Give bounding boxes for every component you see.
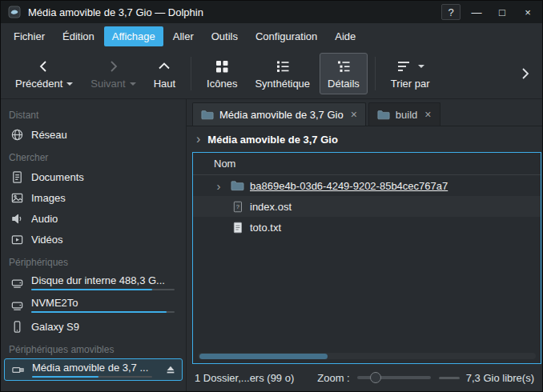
expand-icon[interactable]: › [212,180,225,192]
sidebar-item-label: Disque dur interne 488,3 G... [31,274,179,286]
harddisk-icon [10,275,24,290]
caret-down-icon [418,65,424,68]
dolphin-window: Média amovible de 3,7 Gio — Dolphin ? — … [0,0,543,392]
back-button[interactable]: Précédent [7,53,81,94]
tab-bar: Média amovible de 3,7 Gio × build × [187,99,542,126]
maximize-button[interactable]: □ [493,4,512,20]
compact-view-label: Synthétique [255,78,310,90]
unknown-file-icon: ? [229,199,245,214]
chevron-right-icon[interactable]: › [196,133,200,146]
breadcrumb: › Média amovible de 3,7 Gio [187,126,542,152]
sidebar-item-disque-dur-interne[interactable]: Disque dur interne 488,3 G... [1,271,186,294]
up-button[interactable]: Haut [146,53,183,94]
back-label: Précédent [15,78,62,90]
free-space-label: 7,3 Gio libre(s) [466,372,534,384]
sidebar-item-videos[interactable]: Vidéos [1,229,186,250]
breadcrumb-location[interactable]: Média amovible de 3,7 Gio [207,134,338,146]
file-name: ba869e4b-03d6-4249-9202-85b4cec767a7 [250,180,448,192]
videos-icon [10,232,24,246]
caret-down-icon [130,82,136,86]
horizontal-scrollbar[interactable] [198,353,536,359]
chevron-right-icon [105,58,121,75]
file-view: Nom › ba869e4b-03d6-4249-9202-85b4cec767… [192,152,541,364]
menu-item-edition[interactable]: Édition [54,26,103,46]
minimize-button[interactable]: — [467,4,486,20]
tab-media-amovible[interactable]: Média amovible de 3,7 Gio × [192,102,366,126]
sidebar-item-reseau[interactable]: Réseau [1,124,186,145]
details-view-label: Détails [328,78,360,90]
sidebar-item-media-amovible[interactable]: Média amovible de 3,7 ... [4,358,183,381]
folder-icon [229,178,245,193]
icons-view-button[interactable]: Icônes [199,53,245,94]
harddisk-icon [10,298,24,312]
chevron-right-icon [517,66,533,82]
window-title: Média amovible de 3,7 Gio — Dolphin [28,6,203,18]
file-name: toto.txt [250,222,281,234]
icons-view-icon [214,58,230,75]
compact-view-icon [275,58,291,75]
zoom-slider[interactable] [357,376,431,379]
documents-icon [10,170,24,184]
status-summary: 1 Dossier,...ers (99 o) [195,372,309,384]
up-label: Haut [154,78,175,90]
sidebar-item-galaxy-s9[interactable]: Galaxy S9 [1,316,186,337]
menu-item-configuration[interactable]: Configuration [247,26,325,46]
sidebar-item-label: Documents [31,171,84,183]
close-icon[interactable]: × [424,109,431,120]
menu-item-outils[interactable]: Outils [203,26,246,46]
forward-button[interactable]: Suivant [82,53,143,94]
compact-view-button[interactable]: Synthétique [247,53,318,94]
file-row-index-ost[interactable]: ? index.ost [193,196,541,217]
sidebar-item-label: Audio [31,213,58,225]
zoom-slider-handle[interactable] [370,372,381,383]
zoom-control: Zoom : [317,372,430,384]
menu-item-aller[interactable]: Aller [165,26,202,46]
main-area: Média amovible de 3,7 Gio × build × › Mé… [187,99,542,391]
sidebar-item-label: Média amovible de 3,7 ... [32,362,156,374]
sidebar-item-nvme2to[interactable]: NVME2To [1,294,186,316]
capacity-bar [32,376,152,378]
icons-view-label: Icônes [207,78,237,90]
scrollbar-thumb[interactable] [199,354,328,359]
toolbar-separator [375,57,376,90]
toolbar-separator [191,57,191,90]
close-button[interactable]: × [518,4,537,20]
sidebar-item-label: Vidéos [31,234,63,246]
menu-item-fichier[interactable]: Fichier [6,26,53,46]
images-icon [10,190,24,205]
chevron-left-icon [36,58,52,75]
free-space-bar [439,377,460,379]
network-icon [10,127,24,142]
file-row-toto-txt[interactable]: toto.txt [193,217,541,238]
sort-by-button[interactable]: Trier par [383,53,438,94]
toolbar-overflow-button[interactable] [513,66,536,82]
eject-button[interactable] [163,362,178,377]
section-header-chercher: Chercher [1,145,186,166]
folder-icon [377,110,390,120]
sort-icon [396,58,412,74]
tab-label: build [396,109,417,121]
tab-label: Média amovible de 3,7 Gio [219,109,344,121]
file-name: index.ost [250,201,292,213]
audio-icon [10,211,24,226]
details-view-button[interactable]: Détails [320,53,368,94]
usb-drive-icon [10,362,25,377]
menubar: Fichier Édition Affichage Aller Outils C… [1,23,542,49]
sidebar-item-label: Réseau [31,129,67,141]
help-button[interactable]: ? [441,4,461,20]
smartphone-icon [10,319,24,334]
close-icon[interactable]: × [351,109,357,120]
menu-item-affichage[interactable]: Affichage [104,26,163,46]
app-icon [7,5,22,19]
sidebar-item-images[interactable]: Images [1,187,186,208]
section-header-distant: Distant [1,102,186,124]
column-header-nom[interactable]: Nom [214,158,235,170]
content-area: Distant Réseau Chercher Documents Images [1,99,542,391]
sidebar-item-documents[interactable]: Documents [1,166,186,187]
titlebar: Média amovible de 3,7 Gio — Dolphin ? — … [1,1,542,23]
menu-item-aide[interactable]: Aide [327,26,364,46]
tab-build[interactable]: build × [368,102,440,126]
file-row-folder[interactable]: › ba869e4b-03d6-4249-9202-85b4cec767a7 [193,175,541,196]
sidebar-item-label: Galaxy S9 [31,321,79,333]
sidebar-item-audio[interactable]: Audio [1,208,186,229]
